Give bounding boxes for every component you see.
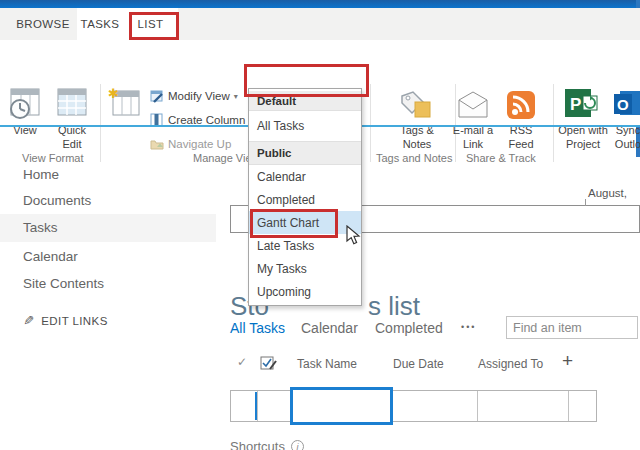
view-icon: [8, 86, 42, 122]
view-tab-all-tasks[interactable]: All Tasks: [230, 320, 285, 336]
dropdown-item-completed[interactable]: Completed: [249, 188, 361, 211]
tags-notes-button-label[interactable]: Tags & Notes: [392, 124, 442, 152]
create-view-icon: ✱: [108, 86, 142, 122]
sidebar-item-documents[interactable]: Documents: [0, 188, 216, 214]
edit-checkbox-icon[interactable]: [260, 355, 278, 375]
dropdown-item-my-tasks[interactable]: My Tasks: [249, 257, 361, 280]
navigate-up-label: Navigate Up: [168, 138, 231, 150]
group-label-share-track: Share & Track: [466, 152, 536, 164]
email-link-button-label[interactable]: E-mail a Link: [448, 124, 498, 152]
email-link-button[interactable]: [455, 90, 491, 124]
navigate-up-icon: [150, 137, 164, 151]
column-header-task-name[interactable]: Task Name: [297, 357, 357, 371]
svg-text:✱: ✱: [108, 86, 119, 101]
column-header-due-date[interactable]: Due Date: [393, 357, 444, 371]
dropdown-item-all-tasks[interactable]: All Tasks: [249, 111, 361, 141]
email-icon: [455, 90, 491, 120]
search-input[interactable]: [507, 317, 637, 338]
outlook-icon: O: [612, 86, 640, 122]
page-title-right: s list: [368, 291, 420, 322]
open-with-project-button[interactable]: P: [563, 86, 601, 126]
rss-feed-button-label[interactable]: RSS Feed: [503, 124, 539, 152]
view-dropdown-panel: Default All Tasks Public Calendar Comple…: [248, 88, 362, 306]
sidebar-item-home[interactable]: Home: [0, 162, 216, 188]
tab-browse[interactable]: BROWSE: [14, 8, 72, 40]
annotation-box-current-view: [244, 64, 369, 97]
table-row[interactable]: [230, 390, 597, 422]
quick-edit-button-label[interactable]: Quick Edit: [50, 124, 94, 152]
column-header-assigned-to[interactable]: Assigned To: [478, 357, 543, 371]
rss-icon: [505, 90, 537, 120]
create-view-button[interactable]: ✱: [108, 86, 142, 126]
tags-notes-button[interactable]: [398, 88, 434, 126]
sync-outlook-button[interactable]: O: [612, 86, 640, 126]
selected-cell-task-name[interactable]: [290, 387, 393, 425]
dropdown-item-calendar[interactable]: Calendar: [249, 165, 361, 188]
cell-border: [257, 391, 258, 421]
quick-edit-button[interactable]: [55, 86, 89, 126]
info-icon[interactable]: i: [291, 440, 304, 450]
group-separator: [553, 84, 554, 162]
select-all-check-icon[interactable]: ✓: [237, 355, 247, 369]
view-tab-completed[interactable]: Completed: [375, 320, 443, 336]
pencil-icon: ✎: [23, 313, 34, 328]
shortcuts-section: Shortcuts i: [230, 439, 304, 450]
view-button[interactable]: [8, 86, 42, 126]
annotation-box-list-tab: [129, 12, 179, 40]
timeline-tick: [585, 199, 586, 206]
view-tab-more[interactable]: •••: [461, 322, 476, 332]
dropdown-item-upcoming[interactable]: Upcoming: [249, 280, 361, 303]
sidebar-item-tasks[interactable]: Tasks: [0, 214, 216, 242]
edit-links-button[interactable]: ✎ EDIT LINKS: [23, 313, 108, 328]
tags-notes-icon: [398, 88, 434, 122]
group-separator: [100, 84, 101, 162]
svg-text:O: O: [617, 96, 629, 113]
ribbon-tab-row: BROWSE TASKS LIST: [0, 8, 640, 40]
sharepoint-window: BROWSE TASKS LIST View: [0, 0, 640, 450]
edit-links-label: EDIT LINKS: [41, 315, 107, 327]
project-icon: P: [563, 86, 601, 122]
group-label-tags-notes: Tags and Notes: [376, 152, 452, 164]
shortcuts-label: Shortcuts: [230, 439, 285, 450]
open-with-project-button-label[interactable]: Open with Project: [556, 124, 610, 152]
group-separator: [370, 84, 371, 162]
mouse-cursor: [346, 225, 361, 246]
sidebar-item-calendar[interactable]: Calendar: [0, 244, 216, 270]
cell-border: [568, 391, 569, 421]
new-row-indicator: [255, 392, 257, 420]
svg-text:P: P: [570, 95, 581, 114]
view-tab-calendar[interactable]: Calendar: [301, 320, 358, 336]
sidebar-item-site-contents[interactable]: Site Contents: [0, 271, 216, 297]
sync-outlook-button-label[interactable]: Sync Outlo: [608, 124, 640, 152]
find-item-searchbox[interactable]: [506, 316, 638, 339]
add-column-button[interactable]: +: [562, 350, 573, 372]
rss-feed-button[interactable]: [505, 90, 537, 124]
navigate-up-button: Navigate Up: [150, 136, 231, 152]
modify-view-label: Modify View: [168, 90, 230, 102]
suite-bar: [0, 0, 640, 8]
checkbox-pencil-icon: [260, 355, 278, 371]
annotation-box-gantt-chart: [250, 209, 338, 238]
dropdown-header-public: Public: [249, 141, 361, 165]
modify-view-icon: [150, 89, 164, 103]
modify-view-button[interactable]: Modify View ▾: [150, 88, 238, 104]
timeline-month-label: August,: [588, 187, 627, 199]
modify-view-caret-icon: ▾: [234, 92, 238, 101]
tab-tasks[interactable]: TASKS: [77, 8, 123, 40]
quick-edit-icon: [55, 86, 89, 122]
cell-border: [477, 391, 478, 421]
